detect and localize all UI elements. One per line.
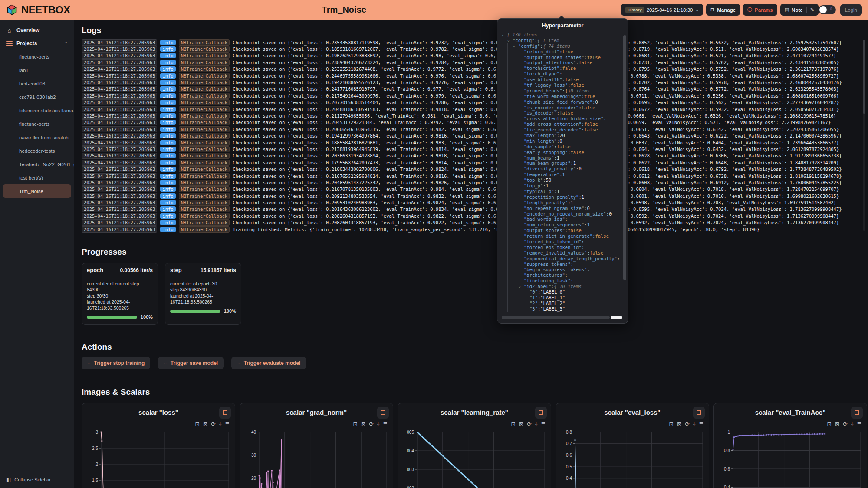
chart-plot[interactable]: 40302010 — [243, 426, 392, 488]
fullscreen-button[interactable] — [535, 407, 547, 419]
tree-line[interactable]: "torchscript": false — [502, 66, 622, 71]
sidebar-item-projects[interactable]: Projects ⌃ — [0, 37, 74, 50]
tree-line[interactable]: "min_length": 0 — [502, 138, 622, 144]
chart-plot[interactable]: 0.80.70.60.50.40.30.2 — [559, 426, 708, 488]
trigger-save-model-button[interactable]: ⌄ Trigger save model — [158, 357, 224, 369]
tree-line[interactable]: "num_beam_groups": 1 — [502, 160, 622, 166]
login-button[interactable]: Login — [840, 4, 862, 16]
log-timestamp-badge: 2025-04-16T21:18:27.205963 — [82, 219, 157, 226]
sidebar-project-item[interactable]: Terahertz_No22_Gl261_gl... — [0, 157, 74, 171]
tree-line[interactable]: "architectures": — [502, 272, 622, 278]
theme-toggle[interactable]: ☾ — [819, 5, 836, 14]
trigger-evaluate-model-button[interactable]: ⌄ Trigger evaluate model — [231, 357, 306, 369]
sidebar-project-item[interactable]: hedecoder-tests — [0, 144, 74, 157]
log-level-badge: info — [160, 187, 175, 192]
sidebar-project-item[interactable]: csc791-030 lab2 — [0, 90, 74, 104]
sidebar-project-item[interactable]: tokenizer statistics llama... — [0, 104, 74, 117]
tree-line[interactable]: "output_attentions": false — [502, 60, 622, 66]
chart-plot[interactable]: 10.80.60.40.2 — [717, 426, 866, 488]
tree-line[interactable]: "num_beams": 1 — [502, 155, 622, 161]
tree-line[interactable]: "is_decoder": false — [502, 110, 622, 116]
tree-line[interactable]: "return_dict": true — [502, 49, 622, 55]
tree-line[interactable]: ⌄"config": { 74 items — [502, 43, 622, 49]
sidebar-item-overview[interactable]: ⌂ Overview — [0, 24, 74, 37]
chart-plot[interactable]: 005004003002001 — [401, 426, 550, 488]
log-logger-badge: NBTrainerCallback — [179, 133, 230, 139]
collapse-sidebar-button[interactable]: ◧ Collapse Sidebar — [0, 477, 57, 483]
tree-line[interactable]: "max_length": 20 — [502, 133, 622, 138]
tree-line[interactable]: "finetuning_task": — [502, 278, 622, 284]
tree-line[interactable]: "3": "LABEL_3" — [502, 306, 622, 312]
chart-plot[interactable]: 32.521.510.5 — [85, 426, 234, 488]
tree-line[interactable]: "torch_dtype": — [502, 71, 622, 77]
tree-line[interactable]: "cross_attention_hidden_size": — [502, 116, 622, 121]
log-row: 2025-04-16T21:18:27.205963infoNBTrainerC… — [82, 159, 868, 166]
fullscreen-button[interactable] — [851, 407, 863, 419]
tree-line[interactable]: "pruned_heads": {} 0 items — [502, 88, 622, 94]
tree-line[interactable]: "1": "LABEL_1" — [502, 295, 622, 301]
fullscreen-button[interactable] — [693, 407, 705, 419]
tree-line[interactable]: "top_k": 50 — [502, 177, 622, 183]
tree-line[interactable]: "suppress_tokens": — [502, 262, 622, 267]
tree-line[interactable]: "tf_legacy_loss": false — [502, 82, 622, 88]
hyperparameter-json-tree[interactable]: ⌄{ 130 items⌄"config": { 1 item⌄"config"… — [497, 31, 628, 312]
tree-line[interactable]: "encoder_no_repeat_ngram_size": 0 — [502, 211, 622, 217]
tree-line[interactable]: "no_repeat_ngram_size": 0 — [502, 206, 622, 211]
tree-line[interactable]: "do_sample": false — [502, 144, 622, 150]
tree-line[interactable]: "diversity_penalty": 0 — [502, 166, 622, 172]
fullscreen-button[interactable] — [377, 407, 389, 419]
tree-line[interactable]: "add_cross_attention": false — [502, 121, 622, 127]
note-button-group[interactable]: ▤ Note ✎ — [780, 4, 819, 16]
history-dropdown[interactable]: History 2025-04-16 21:18:30 ⌄ — [621, 4, 703, 16]
chevron-up-icon: ⌃ — [64, 41, 68, 46]
collapse-icon: ◧ — [6, 477, 11, 483]
tree-line[interactable]: "top_p": 1 — [502, 183, 622, 189]
tree-line[interactable]: "tie_encoder_decoder": false — [502, 127, 622, 133]
trigger-stop-training-button[interactable]: ⌄ Trigger stop training — [82, 357, 150, 369]
log-timestamp-badge: 2025-04-16T21:18:27.205963 — [82, 106, 157, 112]
tree-line[interactable]: ⌄{ 130 items — [502, 32, 622, 38]
tree-line[interactable]: "temperature": 1 — [502, 172, 622, 177]
manage-button[interactable]: ⊟ Manage — [706, 4, 740, 16]
tree-line[interactable]: "return_dict_in_generate": false — [502, 233, 622, 239]
tree-line[interactable]: "4": "LABEL_4" — [502, 312, 622, 312]
tree-line[interactable]: "early_stopping": false — [502, 150, 622, 155]
tree-line[interactable]: "remove_invalid_values": false — [502, 250, 622, 256]
tree-line[interactable]: "typical_p": 1 — [502, 189, 622, 194]
tree-line[interactable]: "bad_words_ids": — [502, 216, 622, 222]
tree-line[interactable]: "tie_word_embeddings": true — [502, 94, 622, 99]
popover-horizontal-scroll-thumb[interactable] — [611, 316, 622, 319]
sidebar-project-item[interactable]: test bert(s) — [0, 171, 74, 184]
logs-scrollbar[interactable] — [863, 40, 865, 231]
log-row: 2025-04-16T21:18:27.205963infoNBTrainerC… — [82, 79, 868, 85]
tree-line[interactable]: "begin_suppress_tokens": — [502, 267, 622, 272]
sidebar-project-item[interactable]: naive-llm-from-scratch — [0, 131, 74, 144]
params-button[interactable]: ⓘ Params — [743, 4, 777, 16]
tree-line[interactable]: ⌄"config": { 1 item — [502, 38, 622, 43]
popover-horizontal-scrollbar[interactable] — [502, 316, 610, 319]
tree-line[interactable]: "forced_eos_token_id": — [502, 245, 622, 250]
tree-line[interactable]: "repetition_penalty": 1 — [502, 194, 622, 200]
sidebar-project-item[interactable]: bert-conll03 — [0, 77, 74, 90]
tree-line[interactable]: "0": "LABEL_0" — [502, 289, 622, 295]
tree-line[interactable]: "forced_bos_token_id": — [502, 239, 622, 245]
popover-vertical-scrollbar[interactable] — [623, 35, 626, 280]
tree-line[interactable]: ⌄"id2label": { 10 items — [502, 284, 622, 289]
log-row: 2025-04-16T21:18:27.205963infoNBTrainerC… — [82, 119, 868, 126]
tree-line[interactable]: "num_return_sequences": 1 — [502, 222, 622, 228]
tree-line[interactable]: "is_encoder_decoder": false — [502, 105, 622, 111]
sidebar-project-item[interactable]: finetune-berts — [0, 50, 74, 63]
tree-line[interactable]: "length_penalty": 1 — [502, 200, 622, 206]
sidebar-project-item[interactable]: finetune-berts — [0, 117, 74, 131]
tree-line[interactable]: "output_scores": false — [502, 228, 622, 233]
tree-line[interactable]: "chunk_size_feed_forward": 0 — [502, 99, 622, 105]
tree-line[interactable]: "2": "LABEL_2" — [502, 301, 622, 306]
fullscreen-button[interactable] — [219, 407, 231, 419]
tree-line[interactable]: "exponential_decay_length_penalty": — [502, 256, 622, 262]
tree-line[interactable]: "output_hidden_states": false — [502, 55, 622, 60]
sidebar-project-item[interactable]: lab1 — [0, 63, 74, 77]
log-row: 2025-04-16T21:18:27.205963infoNBTrainerC… — [82, 59, 868, 66]
edit-pencil-icon[interactable]: ✎ — [810, 7, 814, 13]
sidebar-project-item[interactable]: Trm_Noise — [3, 184, 71, 198]
tree-line[interactable]: "use_bfloat16": false — [502, 77, 622, 82]
